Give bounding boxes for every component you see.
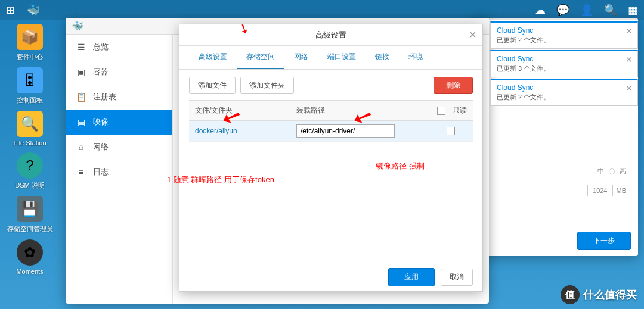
watermark-badge-icon: 值 (561, 285, 580, 304)
search-icon[interactable]: 🔍 (604, 4, 617, 17)
radio-high-label: 高 (620, 167, 626, 176)
delete-button[interactable]: 删除 (434, 77, 473, 94)
modal-tabs: 高级设置 存储空间 网络 端口设置 链接 环境 (179, 46, 482, 70)
modal-header: 高级设置 ✕ (179, 24, 482, 46)
sidebar-item-image[interactable]: ▤ 映像 (66, 110, 172, 135)
container-icon: ▣ (75, 67, 87, 77)
close-icon[interactable]: ✕ (626, 55, 633, 64)
desktop-icon-dsm-help[interactable]: ? DSM 说明 (15, 152, 45, 190)
readonly-checkbox[interactable] (447, 127, 455, 135)
cancel-button[interactable]: 取消 (441, 269, 473, 286)
chat-icon[interactable]: 💬 (556, 4, 569, 17)
add-file-button[interactable]: 添加文件 (189, 77, 236, 94)
apply-button[interactable]: 应用 (388, 268, 435, 286)
desktop-icon-moments[interactable]: ✿ Moments (16, 239, 43, 275)
advanced-settings-modal: 高级设置 ✕ 高级设置 存储空间 网络 端口设置 链接 环境 添加文件 添加文件… (179, 24, 483, 292)
watermark: 值 什么值得买 (561, 285, 637, 304)
sidebar-item-registry[interactable]: 📋 注册表 (66, 85, 172, 110)
docker-sidebar: ☰ 总览 ▣ 容器 📋 注册表 ▤ 映像 ⌂ 网络 ≡ 日志 (66, 35, 173, 304)
user-icon[interactable]: 👤 (580, 4, 593, 17)
sidebar-item-network[interactable]: ⌂ 网络 (66, 135, 172, 160)
sidebar-item-overview[interactable]: ☰ 总览 (66, 35, 172, 60)
radio-mid-label: 中 (597, 167, 604, 176)
sidebar-item-container[interactable]: ▣ 容器 (66, 60, 172, 85)
desktop-icon-package-center[interactable]: 📦 套件中心 (17, 24, 43, 61)
image-icon: ▤ (75, 117, 87, 127)
tab-env[interactable]: 环境 (399, 46, 432, 69)
tab-link[interactable]: 链接 (366, 46, 399, 69)
tab-network[interactable]: 网络 (284, 46, 318, 69)
add-folder-button[interactable]: 添加文件夹 (240, 77, 294, 94)
annotation-right: 镜像路径 强制 (376, 161, 425, 171)
close-icon[interactable]: ✕ (626, 26, 633, 36)
annotation-left: 1 随意 群晖路径 用于保存token (167, 174, 274, 185)
notification-item[interactable]: Cloud Sync 已更新 2 个文件。 ✕ (490, 21, 638, 49)
modal-title: 高级设置 (315, 30, 346, 40)
readonly-header-checkbox[interactable] (437, 107, 445, 115)
row-folder: docker/aliyun (189, 123, 290, 139)
top-bar: ⊞ 🐳 ☁ 💬 👤 🔍 ▦ (0, 0, 644, 20)
next-button[interactable]: 下一步 (577, 232, 631, 250)
apps-icon[interactable]: ⊞ (6, 4, 15, 17)
cloud-sync-icon[interactable]: ☁ (535, 4, 546, 17)
desktop-icon-file-station[interactable]: 🔍 File Station (13, 111, 46, 146)
tab-volume[interactable]: 存储空间 (237, 46, 284, 69)
radio-high[interactable] (609, 168, 615, 174)
desktop-icons: 📦 套件中心 🎛 控制面板 🔍 File Station ? DSM 说明 💾 … (0, 24, 60, 275)
close-icon[interactable]: ✕ (469, 29, 476, 40)
desktop-icon-control-panel[interactable]: 🎛 控制面板 (17, 67, 43, 105)
modal-footer: 应用 取消 (179, 263, 482, 291)
tab-advanced[interactable]: 高级设置 (189, 46, 237, 69)
desktop-icon-storage-manager[interactable]: 💾 存储空间管理员 (7, 196, 53, 233)
close-icon[interactable]: ✕ (626, 83, 633, 93)
log-icon: ≡ (75, 167, 87, 177)
mount-path-input[interactable] (296, 124, 395, 138)
sidebar-item-log[interactable]: ≡ 日志 (66, 160, 172, 185)
memory-unit: MB (617, 187, 627, 194)
whale-icon: 🐳 (72, 20, 83, 32)
tab-port[interactable]: 端口设置 (318, 46, 366, 69)
notification-item[interactable]: Cloud Sync 已更新 3 个文件。 ✕ (490, 50, 638, 77)
column-readonly: 只读 (453, 105, 467, 116)
network-icon: ⌂ (75, 142, 87, 152)
notification-item[interactable]: Cloud Sync 已更新 2 个文件。 ✕ (490, 79, 638, 106)
memory-value[interactable]: 1024 (587, 185, 612, 196)
docker-icon[interactable]: 🐳 (27, 4, 40, 17)
notification-panel: Cloud Sync 已更新 2 个文件。 ✕ Cloud Sync 已更新 3… (490, 21, 638, 107)
widgets-icon[interactable]: ▦ (628, 4, 638, 17)
overview-icon: ☰ (75, 42, 87, 52)
registry-icon: 📋 (75, 92, 87, 102)
